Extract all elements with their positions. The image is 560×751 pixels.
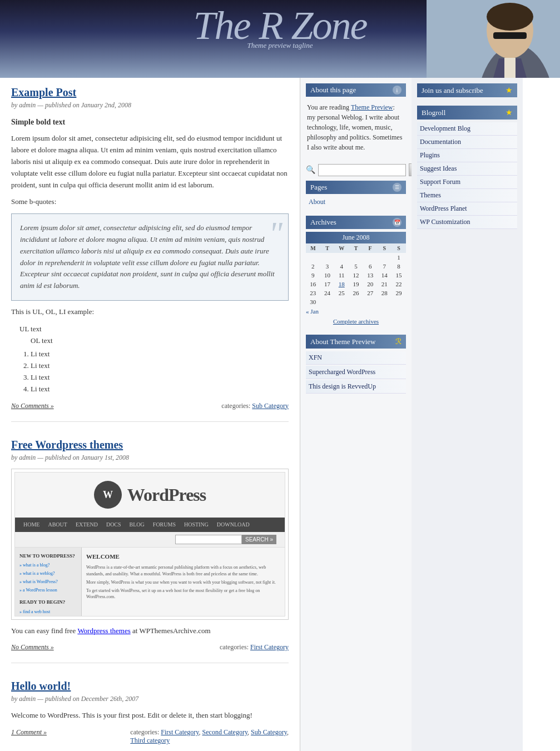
wp-nav-blog[interactable]: BLOG — [130, 520, 145, 529]
cal-cell: 19 — [349, 280, 363, 289]
ul-item-1: UL text — [19, 324, 289, 335]
category-link-sc[interactable]: Second Category — [202, 728, 248, 736]
cal-cell: 6 — [363, 262, 378, 271]
cal-cell: 5 — [349, 262, 363, 271]
page-link-about[interactable]: About — [309, 198, 325, 206]
page-wrapper: Example Post by admin — published on Jan… — [0, 78, 560, 751]
cal-cell: 27 — [363, 289, 378, 297]
post-title-hello[interactable]: Hello world! — [11, 680, 289, 693]
wp-sidebar-small: NEW TO WORDPRESS? » what is a blog? » wh… — [15, 548, 82, 616]
cal-cell — [306, 253, 320, 262]
hello-body: Welcome to WordPress. This is your first… — [11, 710, 289, 722]
post-title-example[interactable]: Example Post — [11, 86, 289, 99]
center-sidebar: About this page i You are reading Theme … — [300, 78, 412, 751]
wp-nav-docs[interactable]: DOCS — [106, 520, 121, 529]
wp-main-para2: More simply, WordPress is what you use w… — [86, 579, 280, 585]
theme-link-xfn[interactable]: XFN — [306, 351, 406, 365]
cal-cell — [334, 253, 349, 262]
cal-cell: 12 — [349, 271, 363, 280]
category-link-fc[interactable]: First Category — [161, 728, 199, 736]
post-example: Example Post by admin — published on Jan… — [11, 86, 289, 422]
pages-icon: ☰ — [393, 183, 402, 192]
cal-cell — [349, 297, 363, 306]
wp-nav-forums[interactable]: FORUMS — [153, 520, 176, 529]
blogroll-item-suggest[interactable]: Suggest Ideas — [417, 162, 517, 176]
theme-link-supercharged[interactable]: Supercharged WordPress — [306, 366, 406, 379]
post-categories-wordpress: categories: First Category — [220, 643, 289, 651]
theme-link-revvedup[interactable]: This design is RevvedUp — [306, 380, 406, 394]
wp-nav-hosting[interactable]: HOSTING — [184, 520, 209, 529]
category-link-tc[interactable]: Third category — [130, 737, 170, 744]
theme-preview-link[interactable]: Theme Preview — [351, 103, 393, 111]
wp-search-button[interactable]: SEARCH » — [242, 535, 276, 544]
wp-sidebar-link[interactable]: » what is WordPress? — [19, 579, 77, 586]
blogroll-link-docs[interactable]: Documentation — [420, 138, 461, 146]
post-title-wordpress[interactable]: Free Wordpress themes — [11, 439, 289, 451]
blogroll-link-plugins[interactable]: Plugins — [420, 151, 440, 159]
r-logo-small: ℛ — [395, 337, 402, 346]
link-supercharged[interactable]: Supercharged WordPress — [309, 368, 375, 376]
cal-prev-link[interactable]: « Jan — [306, 308, 319, 315]
blogroll-item-planet[interactable]: WordPress Planet — [417, 202, 517, 216]
wp-nav-home[interactable]: HOME — [23, 520, 39, 529]
wp-sidebar-link[interactable]: » what is a weblog? — [19, 570, 77, 578]
post-footer-example: No Comments » categories: Sub Category — [11, 402, 289, 410]
wp-sidebar-link[interactable]: » a WordPress lesson — [19, 587, 77, 594]
wp-nav-extend[interactable]: EXTEND — [76, 520, 98, 529]
page-item-about[interactable]: About — [306, 197, 406, 207]
link-xfn[interactable]: XFN — [309, 354, 322, 361]
category-link[interactable]: Sub Category — [252, 402, 289, 410]
category-link-wordpress[interactable]: First Category — [250, 643, 289, 651]
bquotes-label: Some b-quotes: — [11, 196, 289, 208]
site-logo: The R Zone Theme preview tagline — [194, 6, 367, 50]
wordpress-themes-link[interactable]: Wordpress themes — [77, 626, 130, 635]
ordered-list: Li text Li text Li text Li text — [31, 349, 289, 395]
post-subheading: Simple bold text — [11, 116, 289, 128]
wp-nav-about[interactable]: ABOUT — [48, 520, 67, 529]
blogroll-link-wpcust[interactable]: WP Customization — [420, 218, 470, 226]
complete-archives-link[interactable]: Complete archives — [333, 318, 379, 325]
widget-pages-title: Pages ☰ — [306, 181, 406, 194]
wp-nav-download[interactable]: DOWNLOAD — [217, 520, 250, 529]
list-item: Li text — [31, 360, 289, 372]
search-input[interactable] — [318, 164, 406, 176]
cal-cell: 26 — [349, 289, 363, 297]
blogroll-item-devblog[interactable]: Development Blog — [417, 122, 517, 136]
list-example: This is UL, OL, LI example: UL text OL t… — [11, 306, 289, 395]
wp-sidebar-link2[interactable]: » find a web host — [19, 609, 77, 616]
cal-cell — [320, 253, 335, 262]
comments-link-wordpress[interactable]: No Comments » — [11, 643, 54, 651]
blogroll-item-wpcust[interactable]: WP Customization — [417, 216, 517, 229]
search-icon: 🔍 — [306, 165, 315, 175]
blogroll-item-plugins[interactable]: Plugins — [417, 149, 517, 162]
wp-logo-icon: W — [94, 481, 122, 509]
blogroll-link-themes[interactable]: Themes — [420, 191, 441, 199]
list-item: Li text — [31, 349, 289, 360]
link-revvedup[interactable]: This design is RevvedUp — [309, 382, 376, 390]
blogroll-item-themes[interactable]: Themes — [417, 189, 517, 202]
blockquote-mark: " — [269, 217, 283, 250]
category-link-subc[interactable]: Sub Category — [251, 728, 287, 736]
post-content-wordpress: W WordPress HOME ABOUT EXTEND DOCS BLOG — [11, 469, 289, 637]
cal-cell — [391, 297, 406, 306]
pages-list: About — [306, 197, 406, 207]
blogroll-item-support[interactable]: Support Forum — [417, 176, 517, 189]
wp-sidebar-link[interactable]: » what is a blog? — [19, 562, 77, 569]
ul-item-2: OL text — [31, 335, 289, 347]
widget-join-title: Join us and subscribe ★ — [417, 83, 517, 97]
blogroll-link-devblog[interactable]: Development Blog — [420, 125, 470, 132]
comments-link-example[interactable]: No Comments » — [11, 402, 54, 410]
wp-search-input[interactable] — [175, 535, 242, 544]
wp-main-title: WELCOME — [86, 552, 280, 562]
blogroll-link-support[interactable]: Support Forum — [420, 178, 460, 186]
blogroll-link-planet[interactable]: WordPress Planet — [420, 205, 467, 212]
logo-title: The R Zone — [194, 6, 367, 46]
cal-header-s: S — [378, 243, 392, 253]
post-meta-example: by admin — published on January 2nd, 200… — [11, 101, 289, 110]
cal-cell: 14 — [378, 271, 392, 280]
blogroll-item-docs[interactable]: Documentation — [417, 136, 517, 149]
svg-point-3 — [487, 3, 533, 31]
post-content-example: Simple bold text Lorem ipsum dolor sit a… — [11, 116, 289, 395]
blogroll-link-suggest[interactable]: Suggest Ideas — [420, 165, 457, 172]
comments-link-hello[interactable]: 1 Comment » — [11, 728, 47, 745]
